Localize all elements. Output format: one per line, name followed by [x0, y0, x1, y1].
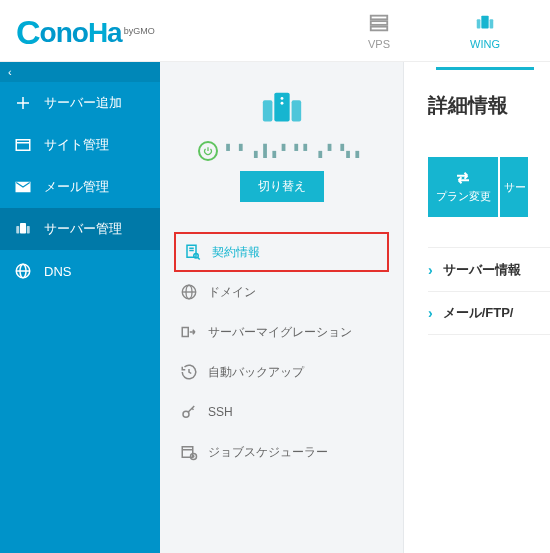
mail-icon — [14, 178, 32, 196]
document-search-icon — [184, 243, 202, 261]
www-globe-icon — [180, 283, 198, 301]
server-action-button-partial[interactable]: サー — [500, 157, 528, 217]
submenu-item-scheduler[interactable]: ジョブスケジューラー — [174, 432, 389, 472]
key-icon — [180, 403, 198, 421]
sidebar-item-label: サイト管理 — [44, 136, 109, 154]
brand-byline: byGMO — [124, 26, 155, 36]
svg-rect-4 — [477, 19, 481, 28]
submenu-item-backup[interactable]: 自動バックアップ — [174, 352, 389, 392]
svg-rect-5 — [490, 19, 494, 28]
svg-rect-15 — [274, 93, 289, 122]
svg-rect-1 — [371, 21, 388, 25]
page-title: 詳細情報 — [428, 92, 550, 119]
svg-rect-28 — [182, 328, 188, 337]
sidebar-item-mail[interactable]: メール管理 — [0, 166, 160, 208]
sidebar-collapse-toggle[interactable]: ‹ — [0, 62, 160, 82]
sidebar-item-label: DNS — [44, 264, 71, 279]
submenu-item-label: ドメイン — [208, 284, 256, 301]
detail-panel: 詳細情報 プラン変更 サー › サーバー情報 › メール/FTP/ — [404, 62, 550, 553]
sidebar: ‹ サーバー追加 サイト管理 メール管理 サーバー管理 DNS — [0, 62, 160, 553]
svg-rect-10 — [16, 226, 19, 234]
power-icon — [198, 141, 218, 161]
svg-point-29 — [183, 411, 189, 417]
sidebar-item-label: サーバー追加 — [44, 94, 122, 112]
chevron-left-icon: ‹ — [8, 66, 12, 78]
plan-change-button[interactable]: プラン変更 — [428, 157, 498, 217]
migration-icon — [180, 323, 198, 341]
plus-icon — [14, 94, 32, 112]
tab-wing-label: WING — [470, 38, 500, 50]
switch-server-button[interactable]: 切り替え — [240, 171, 324, 202]
svg-rect-2 — [371, 26, 388, 30]
submenu-item-label: 自動バックアップ — [208, 364, 304, 381]
svg-rect-6 — [16, 140, 30, 151]
server-action-label: サー — [504, 180, 526, 195]
sidebar-item-server[interactable]: サーバー管理 — [0, 208, 160, 250]
svg-rect-9 — [20, 223, 26, 234]
detail-row-label: メール/FTP/ — [443, 304, 514, 322]
svg-point-19 — [280, 102, 283, 105]
window-icon — [14, 136, 32, 154]
svg-rect-16 — [262, 100, 272, 121]
server-icon — [14, 220, 32, 238]
subpanel: ▘▝ ▖▌▖▘▝▝ ▖▘▝▖▖ 切り替え 契約情報 ドメイン サーバーマイグレー… — [160, 62, 404, 553]
brand-logo[interactable]: ConoHa — [16, 11, 122, 50]
sidebar-item-dns[interactable]: DNS — [0, 250, 160, 292]
submenu-item-migration[interactable]: サーバーマイグレーション — [174, 312, 389, 352]
plan-change-label: プラン変更 — [436, 189, 491, 204]
detail-row-mail-ftp[interactable]: › メール/FTP/ — [428, 291, 550, 335]
tab-wing[interactable]: WING — [460, 6, 510, 56]
swap-icon — [454, 171, 472, 185]
svg-rect-0 — [371, 15, 388, 19]
submenu-item-label: 契約情報 — [212, 244, 260, 261]
detail-row-label: サーバー情報 — [443, 261, 521, 279]
server-name: ▘▝ ▖▌▖▘▝▝ ▖▘▝▖▖ — [226, 144, 364, 158]
sidebar-item-add-server[interactable]: サーバー追加 — [0, 82, 160, 124]
wing-server-icon — [474, 12, 496, 34]
history-icon — [180, 363, 198, 381]
sidebar-item-site[interactable]: サイト管理 — [0, 124, 160, 166]
chevron-right-icon: › — [428, 305, 433, 321]
tab-vps-label: VPS — [368, 38, 390, 50]
submenu-item-ssh[interactable]: SSH — [174, 392, 389, 432]
svg-point-18 — [280, 97, 283, 100]
submenu-item-domain[interactable]: ドメイン — [174, 272, 389, 312]
submenu-item-label: ジョブスケジューラー — [208, 444, 328, 461]
submenu-item-label: SSH — [208, 405, 233, 419]
svg-rect-3 — [481, 15, 488, 28]
server-big-icon — [259, 88, 305, 131]
chevron-right-icon: › — [428, 262, 433, 278]
submenu-item-contract[interactable]: 契約情報 — [174, 232, 389, 272]
tab-vps[interactable]: VPS — [358, 6, 400, 56]
detail-row-server-info[interactable]: › サーバー情報 — [428, 247, 550, 291]
schedule-icon — [180, 443, 198, 461]
server-stack-icon — [368, 12, 390, 34]
svg-line-24 — [198, 257, 200, 259]
submenu-item-label: サーバーマイグレーション — [208, 324, 352, 341]
sidebar-item-label: サーバー管理 — [44, 220, 122, 238]
svg-rect-11 — [27, 226, 30, 234]
svg-rect-17 — [291, 100, 301, 121]
sidebar-item-label: メール管理 — [44, 178, 109, 196]
globe-icon — [14, 262, 32, 280]
